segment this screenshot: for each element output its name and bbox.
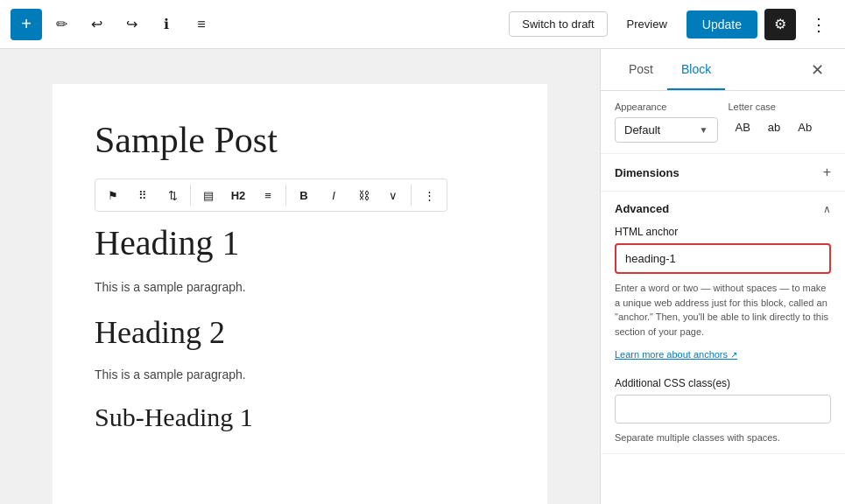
chevron-down-icon: ∨ bbox=[389, 189, 398, 202]
plus-icon: + bbox=[823, 164, 831, 180]
toolbar-divider-2 bbox=[285, 185, 286, 206]
appearance-select[interactable]: Default ▼ bbox=[615, 117, 718, 143]
toolbar-divider-3 bbox=[411, 185, 412, 206]
advanced-section: Advanced ∧ HTML anchor Enter a word or t… bbox=[601, 192, 845, 454]
html-anchor-input[interactable] bbox=[615, 243, 831, 274]
tab-block[interactable]: Block bbox=[667, 50, 725, 90]
switch-to-draft-button[interactable]: Switch to draft bbox=[509, 11, 607, 37]
bookmark-button[interactable]: ⚑ bbox=[99, 181, 127, 209]
sub-heading-1-block[interactable]: Sub-Heading 1 bbox=[95, 402, 505, 432]
text-align-button[interactable]: ≡ bbox=[254, 181, 282, 209]
list-view-button[interactable]: ≡ bbox=[186, 9, 217, 40]
sidebar-header: Post Block ✕ bbox=[601, 49, 845, 91]
bold-icon: B bbox=[299, 189, 307, 202]
learn-more-link[interactable]: Learn more about anchors ↗ bbox=[615, 349, 737, 360]
letter-case-uppercase-button[interactable]: AB bbox=[729, 117, 757, 137]
gear-icon: ⚙ bbox=[774, 16, 786, 32]
move-button[interactable]: ⇅ bbox=[158, 181, 187, 209]
appearance-col: Appearance Default ▼ bbox=[615, 102, 718, 143]
paragraph-1-block[interactable]: This is a sample paragraph. bbox=[95, 277, 505, 297]
letter-case-capitalize-button[interactable]: Ab bbox=[791, 117, 819, 137]
heading-2-block[interactable]: Heading 2 bbox=[95, 314, 505, 351]
redo-button[interactable]: ↪ bbox=[116, 9, 147, 40]
vertical-dots-icon: ⋮ bbox=[810, 14, 827, 35]
top-toolbar: + ✏ ↩ ↪ ℹ ≡ Switch to draft Preview Upda… bbox=[0, 0, 845, 49]
appearance-label: Appearance bbox=[615, 102, 718, 112]
align-button[interactable]: ▤ bbox=[194, 181, 222, 209]
preview-button[interactable]: Preview bbox=[615, 12, 680, 36]
chevron-down-icon: ▼ bbox=[700, 125, 708, 135]
drag-icon: ⠿ bbox=[138, 189, 147, 202]
appearance-section: Appearance Default ▼ Letter case AB ab A… bbox=[601, 91, 845, 154]
letter-case-label: Letter case bbox=[729, 102, 832, 112]
additional-css-help-text: Separate multiple classes with spaces. bbox=[615, 432, 831, 443]
redo-icon: ↪ bbox=[126, 16, 137, 32]
toolbar-right: Switch to draft Preview Update ⚙ ⋮ bbox=[509, 9, 834, 40]
external-link-icon: ↗ bbox=[730, 350, 737, 360]
tab-post[interactable]: Post bbox=[615, 50, 667, 90]
details-button[interactable]: ℹ bbox=[151, 9, 182, 40]
post-title: Sample Post bbox=[95, 119, 505, 161]
heading-1-block[interactable]: Heading 1 bbox=[95, 222, 505, 263]
close-icon: ✕ bbox=[811, 60, 824, 80]
more-rich-text-button[interactable]: ∨ bbox=[379, 181, 407, 209]
paragraph-2-block[interactable]: This is a sample paragraph. bbox=[95, 365, 505, 384]
more-options-button[interactable]: ⋮ bbox=[803, 9, 834, 40]
link-icon: ⛓ bbox=[358, 189, 370, 202]
tools-button[interactable]: ✏ bbox=[46, 9, 77, 40]
additional-css-label: Additional CSS class(es) bbox=[615, 377, 831, 389]
editor-area: Sample Post ⚑ ⠿ ⇅ ▤ H2 bbox=[0, 49, 600, 504]
toolbar-divider-1 bbox=[190, 185, 191, 206]
sidebar-tabs: Post Block bbox=[615, 50, 725, 90]
ellipsis-icon: ⋮ bbox=[424, 189, 435, 202]
heading-type-button[interactable]: H2 bbox=[224, 181, 252, 209]
align-icon: ▤ bbox=[203, 189, 214, 202]
dimensions-section[interactable]: Dimensions + bbox=[601, 154, 845, 192]
heading-label: H2 bbox=[231, 189, 246, 202]
undo-button[interactable]: ↩ bbox=[81, 9, 112, 40]
update-button[interactable]: Update bbox=[687, 10, 757, 38]
bold-button[interactable]: B bbox=[290, 181, 318, 209]
undo-icon: ↩ bbox=[91, 16, 102, 32]
drag-button[interactable]: ⠿ bbox=[129, 181, 157, 209]
advanced-header[interactable]: Advanced ∧ bbox=[615, 202, 831, 215]
letter-case-lowercase-button[interactable]: ab bbox=[761, 117, 787, 137]
toolbar-left: + ✏ ↩ ↪ ℹ ≡ bbox=[11, 9, 217, 40]
html-anchor-help-text: Enter a word or two — without spaces — t… bbox=[615, 281, 831, 339]
italic-icon: I bbox=[332, 189, 335, 202]
text-align-icon: ≡ bbox=[264, 189, 271, 202]
appearance-select-value: Default bbox=[624, 123, 700, 136]
editor-content: Sample Post ⚑ ⠿ ⇅ ▤ H2 bbox=[53, 84, 547, 504]
sidebar: Post Block ✕ Appearance Default ▼ Letter… bbox=[600, 49, 845, 504]
additional-css-input[interactable] bbox=[615, 395, 831, 424]
html-anchor-label: HTML anchor bbox=[615, 226, 831, 238]
italic-button[interactable]: I bbox=[320, 181, 348, 209]
info-icon: ℹ bbox=[164, 16, 169, 32]
main-area: Sample Post ⚑ ⠿ ⇅ ▤ H2 bbox=[0, 49, 845, 504]
appearance-row: Appearance Default ▼ Letter case AB ab A… bbox=[615, 102, 831, 143]
list-icon: ≡ bbox=[197, 17, 205, 32]
letter-case-options: AB ab Ab bbox=[729, 117, 832, 137]
arrows-icon: ⇅ bbox=[168, 189, 178, 202]
pencil-icon: ✏ bbox=[56, 16, 67, 32]
chevron-up-icon: ∧ bbox=[823, 203, 831, 215]
advanced-title: Advanced bbox=[615, 202, 669, 215]
link-button[interactable]: ⛓ bbox=[349, 181, 377, 209]
add-block-button[interactable]: + bbox=[11, 9, 42, 40]
letter-case-col: Letter case AB ab Ab bbox=[729, 102, 832, 137]
bookmark-icon: ⚑ bbox=[108, 189, 118, 202]
block-options-button[interactable]: ⋮ bbox=[415, 181, 443, 209]
block-toolbar: ⚑ ⠿ ⇅ ▤ H2 ≡ B bbox=[95, 178, 447, 212]
close-sidebar-button[interactable]: ✕ bbox=[803, 56, 831, 84]
dimensions-title: Dimensions bbox=[615, 166, 680, 179]
settings-button[interactable]: ⚙ bbox=[764, 9, 796, 40]
